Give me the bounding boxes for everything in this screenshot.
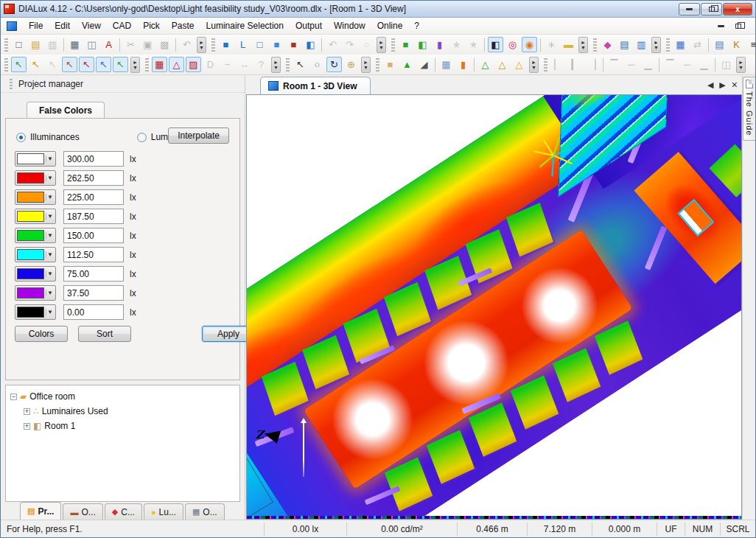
raytrace-view-icon[interactable]: ■: [286, 37, 301, 52]
tree-item-room-1[interactable]: +◧Room 1: [10, 419, 239, 433]
menu-pick[interactable]: Pick: [137, 18, 166, 33]
plan-view-icon[interactable]: L: [235, 37, 251, 52]
open-file-icon[interactable]: ▤: [28, 37, 43, 52]
toolbar-grip[interactable]: [286, 58, 290, 71]
select-furniture-icon[interactable]: ↖: [11, 57, 27, 72]
toolbar-overflow-chevron[interactable]: ►▼: [197, 37, 206, 53]
select-wall-icon[interactable]: ↖: [79, 57, 94, 72]
menu-luminaire-selection[interactable]: Luminaire Selection: [200, 18, 290, 33]
panel-grip[interactable]: [10, 79, 13, 89]
menu-paste[interactable]: Paste: [166, 18, 200, 33]
insert-cabinet-icon[interactable]: ▮: [455, 57, 471, 72]
insert-object-icon[interactable]: ▲: [399, 57, 415, 72]
tree-expander[interactable]: +: [24, 408, 30, 415]
insert-furniture-icon[interactable]: ■: [382, 57, 398, 72]
false-colors-icon[interactable]: ◉: [522, 37, 537, 52]
color-dropdown-8[interactable]: ▼: [15, 304, 56, 320]
tab-objects[interactable]: ▬O...: [63, 503, 102, 520]
illuminance-value-input-5[interactable]: [63, 247, 124, 262]
toolbar-grip[interactable]: [544, 58, 547, 71]
close-button[interactable]: x: [723, 3, 752, 15]
menu-view[interactable]: View: [76, 18, 107, 33]
tree-item-luminaires-used[interactable]: +∴Luminaires Used: [10, 405, 239, 418]
pick-luminaire-icon[interactable]: ◧: [415, 37, 430, 52]
zoom-tool-icon[interactable]: ○: [309, 57, 325, 72]
draw-polygon-icon[interactable]: △: [477, 57, 493, 72]
menu-cad[interactable]: CAD: [107, 18, 137, 33]
menu-file[interactable]: File: [23, 18, 49, 33]
3d-viewport[interactable]: Z: [246, 94, 742, 520]
tree-expander[interactable]: −: [10, 394, 17, 400]
close-document-button[interactable]: ×: [732, 79, 738, 91]
rotate-view-icon[interactable]: ↻: [326, 57, 342, 72]
license-key-icon[interactable]: K: [729, 37, 744, 52]
illuminance-value-input-3[interactable]: [63, 209, 124, 224]
tab-output[interactable]: ▦O...: [185, 503, 225, 520]
illuminance-value-input-8[interactable]: [63, 304, 124, 320]
3d-view-icon[interactable]: ■: [269, 37, 284, 52]
edit-polygon-icon[interactable]: △: [494, 57, 510, 72]
tab-project[interactable]: ▤Pr...: [20, 502, 61, 520]
polygon-points-icon[interactable]: △: [511, 57, 527, 72]
select-rectangle-icon[interactable]: ↖: [96, 57, 111, 72]
isolines-icon[interactable]: ◎: [505, 37, 520, 52]
insert-window-icon[interactable]: ▦: [438, 57, 454, 72]
color-dropdown-5[interactable]: ▼: [15, 247, 56, 262]
toolbar-overflow-chevron[interactable]: ►▼: [578, 37, 588, 53]
illuminance-value-input-6[interactable]: [63, 266, 124, 282]
pointer-icon[interactable]: ↖: [293, 57, 308, 72]
3d-standard-view-icon[interactable]: ■: [218, 37, 234, 52]
interpolate-button[interactable]: Interpolate: [168, 127, 229, 144]
toolbar-overflow-chevron[interactable]: ►▼: [651, 37, 661, 53]
luminance-radio[interactable]: [137, 133, 147, 142]
illuminance-value-input-4[interactable]: [63, 228, 124, 243]
restore-document-button[interactable]: [732, 21, 745, 32]
toolbar-grip[interactable]: [145, 58, 149, 71]
new-document-icon[interactable]: □: [11, 37, 27, 52]
select-circle-icon[interactable]: ↖: [113, 57, 128, 72]
insert-street-icon[interactable]: ◢: [416, 57, 432, 72]
animation-icon[interactable]: ≡: [746, 37, 756, 52]
angle-tool-icon[interactable]: △: [169, 57, 184, 72]
toolbar-overflow-chevron[interactable]: ►▼: [130, 57, 140, 73]
color-dropdown-1[interactable]: ▼: [15, 170, 56, 186]
color-dropdown-7[interactable]: ▼: [15, 285, 56, 301]
column-view-icon[interactable]: ▥: [634, 37, 649, 52]
sort-button[interactable]: Sort: [78, 326, 131, 342]
light-scene-icon[interactable]: ◧: [488, 37, 503, 52]
menu-window[interactable]: Window: [328, 18, 371, 33]
toolbar-overflow-chevron[interactable]: ►▼: [361, 57, 371, 73]
select-luminaire-icon[interactable]: ↖: [28, 57, 43, 72]
illuminance-value-input-1[interactable]: [63, 170, 124, 186]
zoom-region-icon[interactable]: ◧: [303, 37, 318, 52]
toolbar-grip[interactable]: [593, 38, 597, 52]
menu-edit[interactable]: Edit: [49, 18, 76, 33]
calculation-icon[interactable]: ▦: [673, 37, 688, 52]
restore-button[interactable]: [701, 3, 722, 15]
toolbar-grip[interactable]: [391, 38, 395, 52]
the-guide-tab[interactable]: The Guide: [743, 77, 755, 141]
next-document-button[interactable]: ▶: [719, 80, 725, 90]
tab-false-colors[interactable]: False Colors: [27, 102, 105, 118]
minimize-document-button[interactable]: [714, 21, 727, 32]
print-icon[interactable]: ▦: [67, 37, 83, 52]
illuminance-value-input-0[interactable]: [63, 151, 124, 167]
prev-document-button[interactable]: ◀: [707, 80, 713, 90]
wireframe-view-icon[interactable]: □: [252, 37, 267, 52]
illuminances-radio[interactable]: [16, 133, 26, 142]
toolbar-overflow-chevron[interactable]: ►▼: [529, 57, 539, 73]
toolbar-overflow-chevron[interactable]: ►▼: [271, 57, 281, 73]
toolbar-grip[interactable]: [4, 58, 8, 71]
toolbar-overflow-chevron[interactable]: ►▼: [377, 37, 386, 53]
tape-measure-icon[interactable]: ▬: [561, 37, 576, 52]
insert-luminaire-icon[interactable]: ■: [398, 37, 413, 52]
color-dropdown-0[interactable]: ▼: [15, 151, 56, 167]
tab-colors[interactable]: ◆C...: [105, 503, 142, 520]
toolbar-grip[interactable]: [4, 38, 8, 52]
toolbar-overflow-chevron[interactable]: ►▼: [736, 57, 746, 73]
tree-item-office-room[interactable]: −▰Office room: [10, 390, 239, 403]
tab-luminaires[interactable]: ●Lu...: [144, 503, 183, 520]
color-dropdown-6[interactable]: ▼: [15, 266, 56, 282]
color-dropdown-2[interactable]: ▼: [15, 189, 56, 205]
tab-room1-3d-view[interactable]: Room 1 - 3D View: [260, 77, 371, 94]
